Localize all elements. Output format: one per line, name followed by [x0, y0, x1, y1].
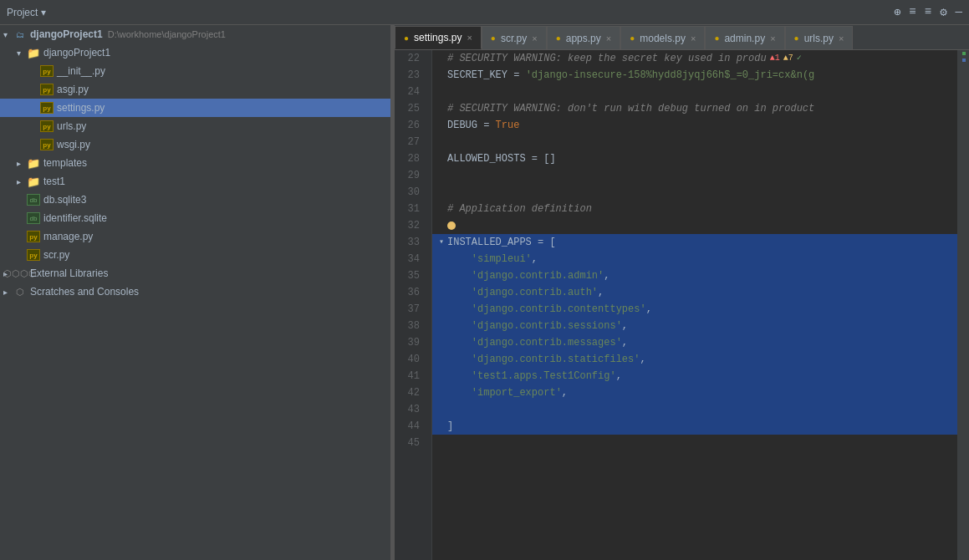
badge-ok-22: ✓ — [797, 50, 802, 67]
code-comma-34: , — [532, 251, 538, 267]
fold-45 — [439, 435, 447, 451]
tree-item-asgi-py[interactable]: py asgi.py — [0, 80, 390, 99]
code-line-44: ] — [432, 418, 957, 435]
tab-close-models[interactable]: × — [691, 33, 696, 43]
tab-close-scr[interactable]: × — [532, 33, 537, 43]
py-icon-scr: py — [27, 249, 40, 261]
code-comment-31: # Application definition — [447, 201, 592, 217]
tab-apps[interactable]: ● apps.py × — [547, 26, 621, 49]
main-layout: 🗂 djangoProject1 D:\workhome\djangoProje… — [0, 25, 969, 560]
project-root-path: D:\workhome\djangoProject1 — [108, 29, 226, 39]
tab-models[interactable]: ● models.py × — [620, 26, 705, 49]
minimize-icon[interactable]: — — [956, 5, 962, 19]
code-line-28: ALLOWED_HOSTS = [] — [432, 150, 957, 167]
tree-item-manage-py[interactable]: py manage.py — [0, 227, 390, 246]
line-numbers: 22 23 24 25 26 27 28 29 30 31 32 33 34 3… — [395, 50, 432, 560]
code-string-38: 'django.contrib.sessions' — [472, 318, 622, 334]
line-num-26: 26 — [395, 117, 425, 134]
badge-error-22: ▲1 — [770, 50, 780, 67]
tab-settings[interactable]: ● settings.py × — [395, 26, 482, 49]
tab-close-urls[interactable]: × — [839, 33, 844, 43]
tree-item-templates[interactable]: 📁 templates — [0, 154, 390, 172]
line-num-41: 41 — [395, 368, 425, 384]
tree-item-scratches[interactable]: ⬡ Scratches and Consoles — [0, 283, 390, 301]
arrow-scratches — [3, 288, 13, 297]
arrow-project-root — [3, 30, 13, 39]
code-line-23: SECRET_KEY = 'django-insecure-158%hydd8j… — [432, 67, 957, 84]
tab-label-urls: urls.py — [804, 33, 834, 44]
arrow-djangoproject1 — [17, 48, 27, 58]
tab-close-settings[interactable]: × — [467, 33, 472, 43]
tree-item-settings-py[interactable]: py settings.py — [0, 99, 390, 117]
tab-scr[interactable]: ● scr.py × — [482, 26, 547, 49]
tree-item-external-libraries[interactable]: ⬡⬡⬡⬡ External Libraries — [0, 264, 390, 283]
tab-urls[interactable]: ● urls.py × — [785, 26, 854, 49]
add-icon[interactable]: ⊕ — [894, 5, 900, 19]
tree-item-project-root[interactable]: 🗂 djangoProject1 D:\workhome\djangoProje… — [0, 25, 390, 43]
tab-icon-urls: ● — [794, 33, 799, 43]
code-content[interactable]: # SECURITY WARNING: keep the secret key … — [432, 50, 957, 560]
line-num-28: 28 — [395, 150, 425, 167]
code-comma-41: , — [616, 368, 622, 384]
tab-admin[interactable]: ● admin.py × — [705, 26, 784, 49]
project-menu[interactable]: Project ▾ — [7, 7, 46, 18]
fold-30 — [439, 184, 447, 201]
project-chevron: ▾ — [41, 7, 46, 18]
code-installed-apps: INSTALLED_APPS = [ — [447, 234, 556, 251]
code-indent-36 — [447, 284, 472, 301]
code-indent-34 — [447, 251, 472, 267]
fold-35 — [439, 267, 447, 284]
tree-item-urls-py[interactable]: py urls.py — [0, 117, 390, 135]
tab-close-apps[interactable]: × — [606, 33, 611, 43]
warning-dot-32 — [447, 221, 456, 230]
structure-icon[interactable]: ≡ — [909, 5, 915, 19]
fold-32 — [439, 217, 447, 234]
code-line-43 — [432, 401, 957, 418]
project-root-label: djangoProject1 — [30, 28, 103, 40]
collapse-icon[interactable]: ≡ — [925, 5, 931, 19]
tree-item-scr-py[interactable]: py scr.py — [0, 246, 390, 264]
fold-40 — [439, 351, 447, 368]
line-num-32: 32 — [395, 217, 425, 234]
tab-label-models: models.py — [640, 33, 686, 44]
tree-item-djangoproject1-folder[interactable]: 📁 djangoProject1 — [0, 43, 390, 62]
tab-close-admin[interactable]: × — [770, 33, 775, 43]
code-string-37: 'django.contrib.contenttypes' — [472, 301, 646, 318]
tree-item-wsgi-py[interactable]: py wsgi.py — [0, 135, 390, 154]
label-settings-py: settings.py — [57, 102, 105, 114]
tree-item-identifier-sqlite[interactable]: db identifier.sqlite — [0, 209, 390, 227]
line-num-39: 39 — [395, 334, 425, 351]
settings-gear-icon[interactable]: ⚙ — [940, 5, 946, 19]
fold-36 — [439, 284, 447, 301]
tree-item-test1[interactable]: 📁 test1 — [0, 172, 390, 191]
tab-icon-scr: ● — [491, 33, 496, 43]
fold-27 — [439, 134, 447, 150]
code-line-42: 'import_export', — [432, 384, 957, 401]
code-line-22: # SECURITY WARNING: keep the secret key … — [432, 50, 957, 67]
line-num-34: 34 — [395, 251, 425, 267]
tab-bar: ● settings.py × ● scr.py × ● apps.py × ●… — [395, 25, 969, 50]
label-templates: templates — [43, 157, 87, 169]
sqlite-icon-identifier: db — [27, 212, 40, 224]
line-num-33: 33 — [395, 234, 425, 251]
right-gutter — [957, 50, 969, 560]
code-indent-35 — [447, 267, 472, 284]
code-true-26: True — [496, 117, 520, 134]
project-sidebar: 🗂 djangoProject1 D:\workhome\djangoProje… — [0, 25, 391, 560]
fold-33: ▾ — [439, 234, 447, 251]
label-test1: test1 — [43, 176, 65, 187]
line-num-27: 27 — [395, 134, 425, 150]
tree-item-init-py[interactable]: py __init__.py — [0, 62, 390, 80]
code-line-39: 'django.contrib.messages', — [432, 334, 957, 351]
label-wsgi-py: wsgi.py — [57, 139, 90, 150]
line-num-44: 44 — [395, 418, 425, 435]
code-line-30 — [432, 184, 957, 201]
code-indent-38 — [447, 318, 472, 334]
py-icon-settings: py — [40, 102, 54, 114]
tree-item-db-sqlite[interactable]: db db.sqlite3 — [0, 191, 390, 209]
code-comma-37: , — [646, 301, 652, 318]
tab-label-settings: settings.py — [414, 32, 462, 43]
code-string-40: 'django.contrib.staticfiles' — [472, 351, 640, 368]
code-string-34: 'simpleui' — [472, 251, 532, 267]
arrow-test1 — [17, 177, 27, 186]
